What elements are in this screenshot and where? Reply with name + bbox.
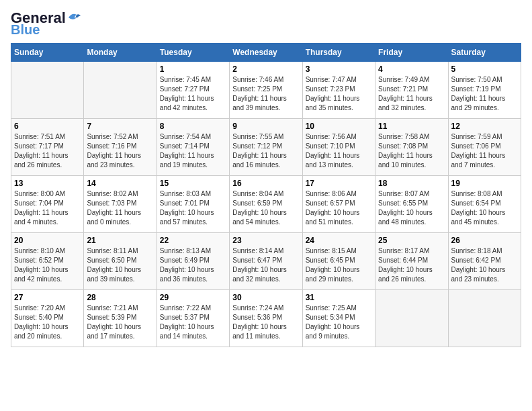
sunrise-text: Sunrise: 8:03 AM	[160, 189, 226, 199]
daylight-text: Daylight: 10 hours and 39 minutes.	[87, 265, 153, 284]
day-info: Sunrise: 7:20 AMSunset: 5:40 PMDaylight:…	[14, 304, 81, 341]
day-info: Sunrise: 7:46 AMSunset: 7:25 PMDaylight:…	[232, 75, 299, 113]
daylight-text: Daylight: 10 hours and 57 minutes.	[160, 208, 226, 227]
day-number: 18	[378, 179, 445, 188]
sunset-text: Sunset: 7:08 PM	[378, 142, 445, 151]
calendar-cell	[448, 290, 521, 347]
logo-blue: Blue	[11, 23, 40, 36]
sunrise-text: Sunrise: 7:45 AM	[160, 75, 226, 85]
daylight-text: Daylight: 11 hours and 29 minutes.	[451, 94, 518, 113]
daylight-text: Daylight: 10 hours and 26 minutes.	[378, 265, 445, 284]
day-info: Sunrise: 7:24 AMSunset: 5:36 PMDaylight:…	[232, 304, 299, 341]
weekday-header-thursday: Thursday	[302, 44, 375, 62]
calendar-cell: 26Sunrise: 8:18 AMSunset: 6:42 PMDayligh…	[448, 233, 521, 290]
day-info: Sunrise: 7:25 AMSunset: 5:34 PMDaylight:…	[306, 304, 372, 341]
daylight-text: Daylight: 11 hours and 35 minutes.	[306, 94, 372, 113]
calendar-cell: 21Sunrise: 8:11 AMSunset: 6:50 PMDayligh…	[84, 233, 157, 290]
day-number: 30	[232, 293, 299, 302]
day-number: 28	[87, 293, 153, 302]
calendar-cell: 23Sunrise: 8:14 AMSunset: 6:47 PMDayligh…	[230, 233, 302, 290]
day-number: 29	[160, 293, 226, 302]
sunset-text: Sunset: 7:27 PM	[160, 85, 226, 94]
calendar-cell: 6Sunrise: 7:51 AMSunset: 7:17 PMDaylight…	[11, 119, 84, 176]
weekday-header-sunday: Sunday	[11, 44, 84, 62]
sunset-text: Sunset: 6:55 PM	[378, 199, 445, 208]
calendar-cell: 31Sunrise: 7:25 AMSunset: 5:34 PMDayligh…	[302, 290, 375, 347]
calendar-cell: 28Sunrise: 7:21 AMSunset: 5:39 PMDayligh…	[84, 290, 157, 347]
daylight-text: Daylight: 11 hours and 42 minutes.	[160, 94, 226, 113]
day-number: 16	[232, 179, 299, 188]
calendar-cell: 16Sunrise: 8:04 AMSunset: 6:59 PMDayligh…	[230, 176, 302, 233]
sunrise-text: Sunrise: 7:55 AM	[232, 132, 299, 142]
day-info: Sunrise: 7:49 AMSunset: 7:21 PMDaylight:…	[378, 75, 445, 113]
sunrise-text: Sunrise: 8:15 AM	[306, 246, 372, 256]
sunrise-text: Sunrise: 7:46 AM	[232, 75, 299, 85]
day-info: Sunrise: 8:17 AMSunset: 6:44 PMDaylight:…	[378, 246, 445, 284]
sunrise-text: Sunrise: 8:11 AM	[87, 246, 153, 256]
sunset-text: Sunset: 7:25 PM	[232, 85, 299, 94]
calendar-cell: 14Sunrise: 8:02 AMSunset: 7:03 PMDayligh…	[84, 176, 157, 233]
sunset-text: Sunset: 7:14 PM	[160, 142, 226, 151]
sunrise-text: Sunrise: 7:50 AM	[451, 75, 518, 85]
daylight-text: Daylight: 10 hours and 29 minutes.	[306, 265, 372, 284]
sunset-text: Sunset: 7:16 PM	[87, 142, 153, 151]
calendar-cell: 15Sunrise: 8:03 AMSunset: 7:01 PMDayligh…	[157, 176, 229, 233]
sunrise-text: Sunrise: 8:14 AM	[232, 246, 299, 256]
calendar-cell: 25Sunrise: 8:17 AMSunset: 6:44 PMDayligh…	[375, 233, 448, 290]
daylight-text: Daylight: 11 hours and 16 minutes.	[232, 151, 299, 170]
calendar-table: SundayMondayTuesdayWednesdayThursdayFrid…	[11, 43, 521, 347]
day-number: 24	[306, 236, 372, 245]
day-number: 19	[451, 179, 518, 188]
daylight-text: Daylight: 10 hours and 9 minutes.	[306, 322, 372, 341]
daylight-text: Daylight: 11 hours and 13 minutes.	[306, 151, 372, 170]
day-number: 21	[87, 236, 153, 245]
sunset-text: Sunset: 7:21 PM	[378, 85, 445, 94]
calendar-cell	[11, 62, 84, 119]
sunset-text: Sunset: 7:03 PM	[87, 199, 153, 208]
daylight-text: Daylight: 11 hours and 10 minutes.	[378, 151, 445, 170]
sunset-text: Sunset: 5:36 PM	[232, 313, 299, 322]
calendar-week-2: 6Sunrise: 7:51 AMSunset: 7:17 PMDaylight…	[11, 119, 521, 176]
day-info: Sunrise: 7:59 AMSunset: 7:06 PMDaylight:…	[451, 132, 518, 170]
calendar-cell: 1Sunrise: 7:45 AMSunset: 7:27 PMDaylight…	[157, 62, 229, 119]
day-info: Sunrise: 7:51 AMSunset: 7:17 PMDaylight:…	[14, 132, 81, 170]
daylight-text: Daylight: 10 hours and 45 minutes.	[451, 208, 518, 227]
day-number: 8	[160, 122, 226, 131]
day-number: 1	[160, 64, 226, 74]
sunrise-text: Sunrise: 7:58 AM	[378, 132, 445, 142]
calendar-week-4: 20Sunrise: 8:10 AMSunset: 6:52 PMDayligh…	[11, 233, 521, 290]
calendar-cell: 22Sunrise: 8:13 AMSunset: 6:49 PMDayligh…	[157, 233, 229, 290]
day-info: Sunrise: 7:52 AMSunset: 7:16 PMDaylight:…	[87, 132, 153, 170]
daylight-text: Daylight: 10 hours and 32 minutes.	[232, 265, 299, 284]
sunset-text: Sunset: 6:44 PM	[378, 256, 445, 265]
day-number: 13	[14, 179, 81, 188]
daylight-text: Daylight: 10 hours and 20 minutes.	[14, 322, 81, 341]
sunset-text: Sunset: 5:39 PM	[87, 313, 153, 322]
day-info: Sunrise: 7:56 AMSunset: 7:10 PMDaylight:…	[306, 132, 372, 170]
day-info: Sunrise: 8:04 AMSunset: 6:59 PMDaylight:…	[232, 189, 299, 227]
sunrise-text: Sunrise: 8:13 AM	[160, 246, 226, 256]
sunrise-text: Sunrise: 7:25 AM	[306, 304, 372, 313]
calendar-cell: 12Sunrise: 7:59 AMSunset: 7:06 PMDayligh…	[448, 119, 521, 176]
sunset-text: Sunset: 7:06 PM	[451, 142, 518, 151]
day-info: Sunrise: 7:55 AMSunset: 7:12 PMDaylight:…	[232, 132, 299, 170]
calendar-cell: 3Sunrise: 7:47 AMSunset: 7:23 PMDaylight…	[302, 62, 375, 119]
sunrise-text: Sunrise: 8:08 AM	[451, 189, 518, 199]
sunrise-text: Sunrise: 8:04 AM	[232, 189, 299, 199]
day-number: 5	[451, 64, 518, 74]
sunrise-text: Sunrise: 8:06 AM	[306, 189, 372, 199]
calendar-week-1: 1Sunrise: 7:45 AMSunset: 7:27 PMDaylight…	[11, 62, 521, 119]
calendar-cell: 4Sunrise: 7:49 AMSunset: 7:21 PMDaylight…	[375, 62, 448, 119]
day-number: 22	[160, 236, 226, 245]
daylight-text: Daylight: 10 hours and 17 minutes.	[87, 322, 153, 341]
sunrise-text: Sunrise: 7:49 AM	[378, 75, 445, 85]
day-info: Sunrise: 8:07 AMSunset: 6:55 PMDaylight:…	[378, 189, 445, 227]
calendar-week-3: 13Sunrise: 8:00 AMSunset: 7:04 PMDayligh…	[11, 176, 521, 233]
sunrise-text: Sunrise: 7:54 AM	[160, 132, 226, 142]
day-info: Sunrise: 8:06 AMSunset: 6:57 PMDaylight:…	[306, 189, 372, 227]
day-info: Sunrise: 8:08 AMSunset: 6:54 PMDaylight:…	[451, 189, 518, 227]
calendar-cell: 2Sunrise: 7:46 AMSunset: 7:25 PMDaylight…	[230, 62, 302, 119]
sunrise-text: Sunrise: 7:47 AM	[306, 75, 372, 85]
sunrise-text: Sunrise: 7:56 AM	[306, 132, 372, 142]
calendar-cell: 17Sunrise: 8:06 AMSunset: 6:57 PMDayligh…	[302, 176, 375, 233]
